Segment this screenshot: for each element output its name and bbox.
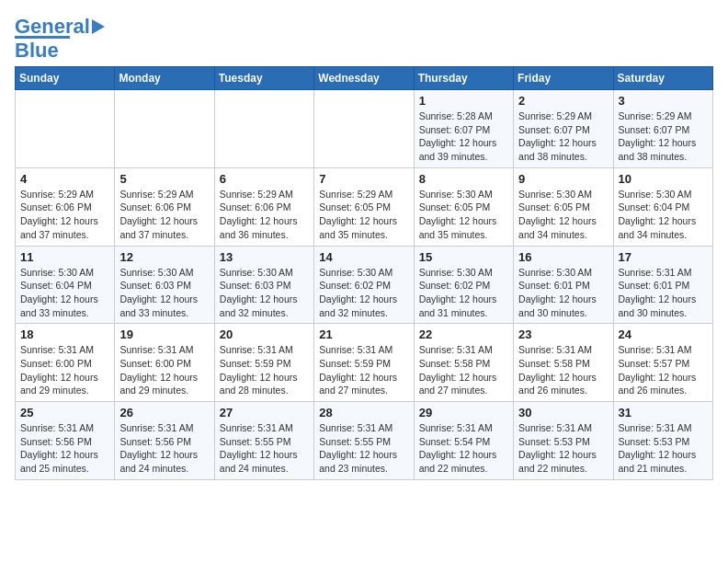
calendar-cell: 1Sunrise: 5:28 AMSunset: 6:07 PMDaylight…: [414, 90, 513, 168]
day-number: 1: [419, 94, 508, 108]
weekday-header-monday: Monday: [115, 67, 214, 90]
day-info: Sunrise: 5:30 AMSunset: 6:01 PMDaylight:…: [518, 266, 608, 320]
day-number: 25: [20, 406, 109, 419]
calendar-cell: 18Sunrise: 5:31 AMSunset: 6:00 PMDayligh…: [16, 324, 115, 402]
calendar-cell: [115, 90, 214, 168]
calendar-cell: 25Sunrise: 5:31 AMSunset: 5:56 PMDayligh…: [16, 402, 115, 480]
day-info: Sunrise: 5:31 AMSunset: 5:56 PMDaylight:…: [119, 421, 209, 476]
day-number: 11: [20, 250, 109, 264]
day-number: 17: [619, 250, 708, 264]
calendar-cell: 11Sunrise: 5:30 AMSunset: 6:04 PMDayligh…: [16, 246, 115, 324]
day-number: 21: [319, 327, 408, 341]
calendar-cell: [16, 90, 115, 168]
calendar-cell: 2Sunrise: 5:29 AMSunset: 6:07 PMDaylight…: [514, 90, 613, 168]
calendar-cell: 14Sunrise: 5:30 AMSunset: 6:02 PMDayligh…: [314, 246, 414, 324]
day-number: 20: [220, 327, 309, 341]
header: General Blue: [15, 15, 713, 63]
weekday-header-tuesday: Tuesday: [214, 67, 313, 90]
calendar-cell: 22Sunrise: 5:31 AMSunset: 5:58 PMDayligh…: [414, 324, 513, 402]
day-info: Sunrise: 5:31 AMSunset: 5:54 PMDaylight:…: [419, 421, 508, 476]
day-info: Sunrise: 5:31 AMSunset: 5:55 PMDaylight:…: [220, 421, 309, 476]
day-info: Sunrise: 5:29 AMSunset: 6:05 PMDaylight:…: [319, 188, 408, 242]
calendar-cell: 5Sunrise: 5:29 AMSunset: 6:06 PMDaylight…: [115, 167, 214, 246]
calendar-cell: 4Sunrise: 5:29 AMSunset: 6:06 PMDaylight…: [16, 167, 115, 246]
day-number: 13: [220, 250, 309, 264]
day-info: Sunrise: 5:31 AMSunset: 5:55 PMDaylight:…: [319, 421, 408, 476]
calendar-cell: 17Sunrise: 5:31 AMSunset: 6:01 PMDayligh…: [613, 246, 712, 324]
calendar-cell: 12Sunrise: 5:30 AMSunset: 6:03 PMDayligh…: [115, 246, 214, 324]
day-number: 4: [20, 172, 109, 186]
calendar-week-1: 1Sunrise: 5:28 AMSunset: 6:07 PMDaylight…: [16, 90, 713, 168]
day-number: 12: [119, 250, 209, 264]
day-info: Sunrise: 5:29 AMSunset: 6:06 PMDaylight:…: [119, 188, 209, 242]
calendar-cell: [214, 90, 313, 168]
day-number: 31: [619, 406, 708, 419]
day-number: 14: [319, 250, 408, 264]
calendar-cell: 13Sunrise: 5:30 AMSunset: 6:03 PMDayligh…: [214, 246, 313, 324]
day-info: Sunrise: 5:31 AMSunset: 5:58 PMDaylight:…: [518, 343, 608, 397]
calendar-cell: 20Sunrise: 5:31 AMSunset: 5:59 PMDayligh…: [214, 324, 313, 402]
day-number: 28: [319, 406, 408, 419]
day-number: 19: [119, 327, 209, 341]
weekday-header-saturday: Saturday: [613, 67, 712, 90]
weekday-header-friday: Friday: [514, 67, 613, 90]
day-info: Sunrise: 5:31 AMSunset: 5:53 PMDaylight:…: [619, 421, 708, 476]
day-info: Sunrise: 5:31 AMSunset: 6:01 PMDaylight:…: [619, 266, 708, 320]
logo-triangle-icon: [92, 19, 105, 34]
day-number: 29: [419, 406, 508, 419]
day-info: Sunrise: 5:31 AMSunset: 5:58 PMDaylight:…: [419, 343, 508, 397]
day-info: Sunrise: 5:29 AMSunset: 6:06 PMDaylight:…: [220, 188, 309, 242]
weekday-header-thursday: Thursday: [414, 67, 513, 90]
day-number: 24: [619, 327, 708, 341]
calendar-cell: 30Sunrise: 5:31 AMSunset: 5:53 PMDayligh…: [514, 402, 613, 480]
calendar-cell: 31Sunrise: 5:31 AMSunset: 5:53 PMDayligh…: [613, 402, 712, 480]
day-number: 2: [518, 94, 608, 108]
weekday-header-wednesday: Wednesday: [314, 67, 414, 90]
calendar-cell: 15Sunrise: 5:30 AMSunset: 6:02 PMDayligh…: [414, 246, 513, 324]
calendar-cell: 23Sunrise: 5:31 AMSunset: 5:58 PMDayligh…: [514, 324, 613, 402]
calendar-cell: 24Sunrise: 5:31 AMSunset: 5:57 PMDayligh…: [613, 324, 712, 402]
calendar-cell: 28Sunrise: 5:31 AMSunset: 5:55 PMDayligh…: [314, 402, 414, 480]
calendar-cell: 8Sunrise: 5:30 AMSunset: 6:05 PMDaylight…: [414, 167, 513, 246]
day-info: Sunrise: 5:31 AMSunset: 5:53 PMDaylight:…: [518, 421, 608, 476]
day-number: 26: [119, 406, 209, 419]
day-info: Sunrise: 5:30 AMSunset: 6:03 PMDaylight:…: [119, 266, 209, 320]
calendar-cell: 19Sunrise: 5:31 AMSunset: 6:00 PMDayligh…: [115, 324, 214, 402]
day-number: 8: [419, 172, 508, 186]
calendar-week-4: 18Sunrise: 5:31 AMSunset: 6:00 PMDayligh…: [16, 324, 713, 402]
calendar-cell: 10Sunrise: 5:30 AMSunset: 6:04 PMDayligh…: [613, 167, 712, 246]
day-info: Sunrise: 5:30 AMSunset: 6:05 PMDaylight:…: [518, 188, 608, 242]
calendar-cell: 21Sunrise: 5:31 AMSunset: 5:59 PMDayligh…: [314, 324, 414, 402]
calendar-cell: 7Sunrise: 5:29 AMSunset: 6:05 PMDaylight…: [314, 167, 414, 246]
calendar-week-3: 11Sunrise: 5:30 AMSunset: 6:04 PMDayligh…: [16, 246, 713, 324]
day-number: 22: [419, 327, 508, 341]
day-number: 27: [220, 406, 309, 419]
calendar-cell: 6Sunrise: 5:29 AMSunset: 6:06 PMDaylight…: [214, 167, 313, 246]
day-number: 3: [619, 94, 708, 108]
day-info: Sunrise: 5:31 AMSunset: 5:56 PMDaylight:…: [20, 421, 109, 476]
day-info: Sunrise: 5:31 AMSunset: 5:57 PMDaylight:…: [619, 343, 708, 397]
logo-blue-text: Blue: [15, 39, 59, 63]
calendar-week-5: 25Sunrise: 5:31 AMSunset: 5:56 PMDayligh…: [16, 402, 713, 480]
day-number: 9: [518, 172, 608, 186]
logo: General Blue: [15, 15, 105, 63]
calendar-cell: 26Sunrise: 5:31 AMSunset: 5:56 PMDayligh…: [115, 402, 214, 480]
day-number: 23: [518, 327, 608, 341]
calendar-week-2: 4Sunrise: 5:29 AMSunset: 6:06 PMDaylight…: [16, 167, 713, 246]
day-info: Sunrise: 5:30 AMSunset: 6:05 PMDaylight:…: [419, 188, 508, 242]
day-info: Sunrise: 5:30 AMSunset: 6:03 PMDaylight:…: [220, 266, 309, 320]
day-info: Sunrise: 5:30 AMSunset: 6:02 PMDaylight:…: [319, 266, 408, 320]
calendar-cell: 16Sunrise: 5:30 AMSunset: 6:01 PMDayligh…: [514, 246, 613, 324]
day-info: Sunrise: 5:31 AMSunset: 5:59 PMDaylight:…: [319, 343, 408, 397]
day-number: 5: [119, 172, 209, 186]
day-info: Sunrise: 5:31 AMSunset: 6:00 PMDaylight:…: [119, 343, 209, 397]
day-number: 7: [319, 172, 408, 186]
calendar-table: SundayMondayTuesdayWednesdayThursdayFrid…: [15, 66, 713, 480]
calendar-cell: 29Sunrise: 5:31 AMSunset: 5:54 PMDayligh…: [414, 402, 513, 480]
weekday-header-sunday: Sunday: [16, 67, 115, 90]
day-info: Sunrise: 5:29 AMSunset: 6:07 PMDaylight:…: [518, 109, 608, 164]
calendar-cell: [314, 90, 414, 168]
day-number: 10: [619, 172, 708, 186]
day-info: Sunrise: 5:28 AMSunset: 6:07 PMDaylight:…: [419, 109, 508, 164]
calendar-cell: 3Sunrise: 5:29 AMSunset: 6:07 PMDaylight…: [613, 90, 712, 168]
